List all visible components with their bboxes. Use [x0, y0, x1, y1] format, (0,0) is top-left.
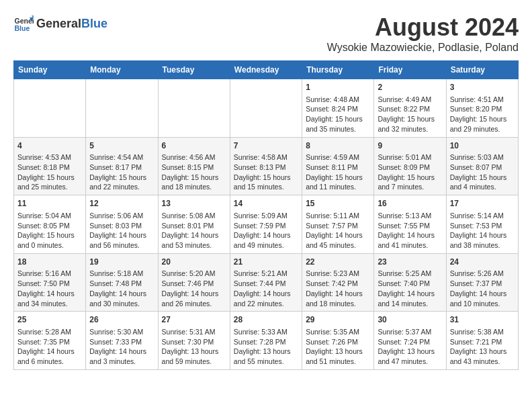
calendar-cell: 6Sunrise: 4:56 AM Sunset: 8:15 PM Daylig…: [158, 137, 230, 195]
calendar-cell: 2Sunrise: 4:49 AM Sunset: 8:22 PM Daylig…: [374, 79, 446, 138]
calendar-cell: 7Sunrise: 4:58 AM Sunset: 8:13 PM Daylig…: [230, 137, 302, 195]
title-block: August 2024 Wysokie Mazowieckie, Podlasi…: [327, 13, 519, 54]
day-number: 3: [450, 82, 515, 93]
day-number: 16: [378, 198, 442, 210]
day-number: 14: [234, 198, 298, 210]
calendar-cell: 30Sunrise: 5:37 AM Sunset: 7:24 PM Dayli…: [374, 312, 446, 370]
day-info: Sunrise: 5:21 AM Sunset: 7:44 PM Dayligh…: [234, 269, 298, 308]
calendar-cell: [230, 79, 302, 138]
calendar-cell: 23Sunrise: 5:25 AM Sunset: 7:40 PM Dayli…: [374, 253, 446, 312]
weekday-header-row: SundayMondayTuesdayWednesdayThursdayFrid…: [14, 61, 519, 79]
calendar-cell: 16Sunrise: 5:13 AM Sunset: 7:55 PM Dayli…: [374, 195, 446, 254]
calendar-cell: 19Sunrise: 5:18 AM Sunset: 7:48 PM Dayli…: [86, 253, 158, 312]
calendar-week-5: 25Sunrise: 5:28 AM Sunset: 7:35 PM Dayli…: [14, 312, 519, 370]
day-info: Sunrise: 4:54 AM Sunset: 8:17 PM Dayligh…: [89, 152, 154, 192]
day-info: Sunrise: 5:20 AM Sunset: 7:46 PM Dayligh…: [162, 269, 226, 308]
day-number: 15: [306, 198, 370, 210]
weekday-header-monday: Monday: [86, 61, 158, 79]
calendar-cell: 9Sunrise: 5:01 AM Sunset: 8:09 PM Daylig…: [374, 137, 446, 195]
day-number: 31: [450, 314, 515, 326]
logo-icon: General Blue: [13, 13, 34, 34]
day-number: 10: [450, 140, 515, 152]
day-info: Sunrise: 5:06 AM Sunset: 8:03 PM Dayligh…: [89, 211, 154, 250]
day-number: 29: [306, 314, 370, 326]
day-info: Sunrise: 5:26 AM Sunset: 7:37 PM Dayligh…: [450, 269, 515, 308]
calendar-cell: 14Sunrise: 5:09 AM Sunset: 7:59 PM Dayli…: [230, 195, 302, 254]
day-info: Sunrise: 5:30 AM Sunset: 7:33 PM Dayligh…: [89, 327, 154, 367]
logo: General Blue GeneralBlue: [13, 13, 107, 34]
weekday-header-tuesday: Tuesday: [158, 61, 230, 79]
calendar-week-2: 4Sunrise: 4:53 AM Sunset: 8:18 PM Daylig…: [14, 137, 519, 195]
page-header: General Blue GeneralBlue August 2024 Wys…: [13, 13, 519, 54]
day-info: Sunrise: 4:49 AM Sunset: 8:22 PM Dayligh…: [378, 95, 442, 134]
day-number: 30: [378, 314, 442, 326]
weekday-header-thursday: Thursday: [302, 61, 374, 79]
day-info: Sunrise: 4:53 AM Sunset: 8:18 PM Dayligh…: [17, 152, 82, 192]
day-number: 28: [234, 314, 298, 326]
logo-blue-text: Blue: [81, 17, 107, 31]
weekday-header-wednesday: Wednesday: [230, 61, 302, 79]
day-number: 11: [17, 198, 82, 210]
day-info: Sunrise: 5:31 AM Sunset: 7:30 PM Dayligh…: [162, 327, 226, 367]
day-info: Sunrise: 5:03 AM Sunset: 8:07 PM Dayligh…: [450, 152, 515, 192]
day-number: 20: [162, 257, 226, 268]
day-info: Sunrise: 4:56 AM Sunset: 8:15 PM Dayligh…: [162, 152, 226, 192]
calendar-cell: [158, 79, 230, 138]
calendar-cell: 25Sunrise: 5:28 AM Sunset: 7:35 PM Dayli…: [14, 312, 86, 370]
day-info: Sunrise: 5:11 AM Sunset: 7:57 PM Dayligh…: [306, 211, 370, 250]
day-number: 23: [378, 257, 442, 268]
day-number: 21: [234, 257, 298, 268]
calendar-cell: 22Sunrise: 5:23 AM Sunset: 7:42 PM Dayli…: [302, 253, 374, 312]
day-number: 25: [17, 314, 82, 326]
day-info: Sunrise: 5:01 AM Sunset: 8:09 PM Dayligh…: [378, 152, 442, 192]
day-info: Sunrise: 5:14 AM Sunset: 7:53 PM Dayligh…: [450, 211, 515, 250]
day-number: 27: [162, 314, 226, 326]
logo-general-text: General: [36, 17, 81, 31]
calendar-cell: 18Sunrise: 5:16 AM Sunset: 7:50 PM Dayli…: [14, 253, 86, 312]
day-info: Sunrise: 5:28 AM Sunset: 7:35 PM Dayligh…: [17, 327, 82, 367]
calendar-cell: 29Sunrise: 5:35 AM Sunset: 7:26 PM Dayli…: [302, 312, 374, 370]
day-info: Sunrise: 5:23 AM Sunset: 7:42 PM Dayligh…: [306, 269, 370, 308]
day-info: Sunrise: 5:09 AM Sunset: 7:59 PM Dayligh…: [234, 211, 298, 250]
day-info: Sunrise: 4:48 AM Sunset: 8:24 PM Dayligh…: [306, 95, 370, 134]
calendar-cell: 12Sunrise: 5:06 AM Sunset: 8:03 PM Dayli…: [86, 195, 158, 254]
calendar-cell: 5Sunrise: 4:54 AM Sunset: 8:17 PM Daylig…: [86, 137, 158, 195]
calendar-cell: 20Sunrise: 5:20 AM Sunset: 7:46 PM Dayli…: [158, 253, 230, 312]
day-number: 2: [378, 82, 442, 93]
day-info: Sunrise: 4:58 AM Sunset: 8:13 PM Dayligh…: [234, 152, 298, 192]
calendar-cell: 1Sunrise: 4:48 AM Sunset: 8:24 PM Daylig…: [302, 79, 374, 138]
day-info: Sunrise: 4:51 AM Sunset: 8:20 PM Dayligh…: [450, 95, 515, 134]
calendar-cell: [14, 79, 86, 138]
calendar-cell: 31Sunrise: 5:38 AM Sunset: 7:21 PM Dayli…: [446, 312, 518, 370]
day-number: 17: [450, 198, 515, 210]
calendar-cell: 15Sunrise: 5:11 AM Sunset: 7:57 PM Dayli…: [302, 195, 374, 254]
day-info: Sunrise: 5:35 AM Sunset: 7:26 PM Dayligh…: [306, 327, 370, 367]
day-number: 13: [162, 198, 226, 210]
calendar-table: SundayMondayTuesdayWednesdayThursdayFrid…: [13, 60, 519, 370]
day-info: Sunrise: 5:33 AM Sunset: 7:28 PM Dayligh…: [234, 327, 298, 367]
calendar-cell: 21Sunrise: 5:21 AM Sunset: 7:44 PM Dayli…: [230, 253, 302, 312]
calendar-week-4: 18Sunrise: 5:16 AM Sunset: 7:50 PM Dayli…: [14, 253, 519, 312]
page-title: August 2024: [327, 13, 519, 42]
calendar-cell: [86, 79, 158, 138]
calendar-cell: 10Sunrise: 5:03 AM Sunset: 8:07 PM Dayli…: [446, 137, 518, 195]
day-info: Sunrise: 5:18 AM Sunset: 7:48 PM Dayligh…: [89, 269, 154, 308]
day-number: 19: [89, 257, 154, 268]
day-info: Sunrise: 5:37 AM Sunset: 7:24 PM Dayligh…: [378, 327, 442, 367]
calendar-cell: 13Sunrise: 5:08 AM Sunset: 8:01 PM Dayli…: [158, 195, 230, 254]
day-info: Sunrise: 5:04 AM Sunset: 8:05 PM Dayligh…: [17, 211, 82, 250]
calendar-cell: 27Sunrise: 5:31 AM Sunset: 7:30 PM Dayli…: [158, 312, 230, 370]
calendar-cell: 24Sunrise: 5:26 AM Sunset: 7:37 PM Dayli…: [446, 253, 518, 312]
calendar-cell: 17Sunrise: 5:14 AM Sunset: 7:53 PM Dayli…: [446, 195, 518, 254]
day-info: Sunrise: 5:13 AM Sunset: 7:55 PM Dayligh…: [378, 211, 442, 250]
day-number: 1: [306, 82, 370, 93]
day-number: 24: [450, 257, 515, 268]
day-number: 26: [89, 314, 154, 326]
day-info: Sunrise: 5:38 AM Sunset: 7:21 PM Dayligh…: [450, 327, 515, 367]
calendar-week-1: 1Sunrise: 4:48 AM Sunset: 8:24 PM Daylig…: [14, 79, 519, 138]
calendar-cell: 28Sunrise: 5:33 AM Sunset: 7:28 PM Dayli…: [230, 312, 302, 370]
day-number: 8: [306, 140, 370, 152]
day-number: 18: [17, 257, 82, 268]
weekday-header-friday: Friday: [374, 61, 446, 79]
calendar-cell: 26Sunrise: 5:30 AM Sunset: 7:33 PM Dayli…: [86, 312, 158, 370]
